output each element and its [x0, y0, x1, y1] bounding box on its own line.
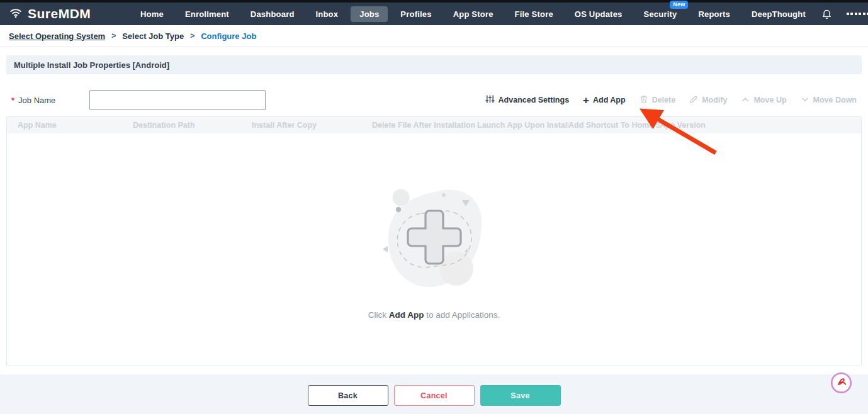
nav-icons: [821, 8, 868, 20]
pencil-icon: [689, 95, 698, 106]
job-name-label-text: Job Name: [18, 96, 55, 105]
empty-state: Click Add App to add Applications.: [7, 133, 861, 366]
top-navbar: SureMDM Home Enrollment Dashboard Inbox …: [0, 3, 868, 25]
nav-items: Home Enrollment Dashboard Inbox Jobs Pro…: [132, 6, 814, 22]
empty-text-suffix: to add Applications.: [424, 310, 500, 320]
column-delete-file-after-installation: Delete File After Installation: [372, 121, 477, 130]
job-name-row: * Job Name Advanced Settings + Add App: [6, 89, 862, 111]
trash-icon: [640, 94, 648, 106]
nav-item-app-store[interactable]: App Store: [444, 6, 502, 22]
advanced-settings-button[interactable]: Advanced Settings: [485, 94, 570, 106]
chevron-down-icon: [801, 95, 809, 106]
nav-item-reports[interactable]: Reports: [689, 6, 739, 22]
new-badge: New: [670, 1, 688, 9]
chevron-right-icon: >: [190, 31, 194, 40]
nav-item-dashboard[interactable]: Dashboard: [242, 6, 303, 22]
nav-item-security[interactable]: Security New: [635, 6, 686, 22]
nav-item-os-updates[interactable]: OS Updates: [566, 6, 631, 22]
job-name-input[interactable]: [89, 90, 266, 110]
footer-bar: Back Cancel Save: [0, 374, 868, 414]
adobe-pdf-icon: [835, 376, 848, 391]
breadcrumb-configure-job: Configure Job: [201, 31, 256, 41]
column-app-name: App Name: [7, 121, 133, 130]
save-button[interactable]: Save: [480, 385, 561, 406]
nav-item-inbox[interactable]: Inbox: [307, 6, 347, 22]
modify-label: Modify: [702, 96, 727, 104]
table-header-row: App Name Destination Path Install After …: [7, 117, 861, 133]
brand-name: SureMDM: [28, 6, 91, 21]
column-app-version: App Version: [660, 121, 861, 130]
column-destination-path: Destination Path: [133, 121, 252, 130]
column-add-shortcut-to-home-screen: Add Shortcut To Home Screen: [568, 121, 660, 130]
add-app-button[interactable]: + Add App: [583, 95, 626, 106]
add-app-label: Add App: [593, 96, 626, 104]
job-name-label: * Job Name: [6, 96, 89, 105]
delete-label: Delete: [652, 96, 676, 104]
pdf-help-button[interactable]: [831, 372, 852, 393]
nav-item-profiles[interactable]: Profiles: [392, 6, 440, 22]
bell-icon[interactable]: [821, 8, 833, 20]
page-title: Multiple Install Job Properties [Android…: [6, 55, 862, 74]
nav-item-enrollment[interactable]: Enrollment: [176, 6, 238, 22]
move-down-button[interactable]: Move Down: [801, 95, 857, 106]
move-up-label: Move Up: [753, 96, 786, 104]
nav-item-file-store[interactable]: File Store: [506, 6, 562, 22]
delete-button[interactable]: Delete: [640, 94, 676, 106]
nav-item-home[interactable]: Home: [132, 6, 172, 22]
chevron-up-icon: [741, 95, 750, 106]
required-asterisk: *: [11, 96, 14, 105]
empty-state-text: Click Add App to add Applications.: [368, 310, 500, 320]
chevron-right-icon: >: [111, 31, 116, 40]
empty-text-prefix: Click: [368, 310, 389, 320]
breadcrumb-select-operating-system[interactable]: Select Operating System: [9, 31, 105, 41]
empty-text-bold: Add App: [389, 310, 424, 320]
main-content: Multiple Install Job Properties [Android…: [0, 55, 868, 366]
cancel-button[interactable]: Cancel: [394, 385, 475, 406]
toolbar: Advanced Settings + Add App Delete: [485, 94, 862, 106]
nav-item-security-label: Security: [644, 9, 677, 19]
breadcrumb-select-job-type[interactable]: Select Job Type: [122, 31, 184, 41]
nav-item-jobs[interactable]: Jobs: [351, 6, 388, 22]
app-list-table: App Name Destination Path Install After …: [6, 116, 862, 366]
advanced-settings-label: Advanced Settings: [499, 96, 570, 104]
app-grid-icon[interactable]: [847, 13, 868, 15]
brand-logo[interactable]: SureMDM: [9, 6, 132, 22]
breadcrumb: Select Operating System > Select Job Typ…: [0, 25, 868, 47]
modify-button[interactable]: Modify: [689, 95, 727, 106]
plus-icon: +: [583, 95, 589, 106]
column-install-after-copy: Install After Copy: [252, 121, 372, 130]
nav-item-deepthought[interactable]: DeepThought: [743, 6, 814, 22]
move-up-button[interactable]: Move Up: [741, 95, 786, 106]
wifi-icon: [9, 6, 23, 22]
add-app-placeholder-graphic: [380, 179, 488, 299]
back-button[interactable]: Back: [308, 385, 388, 406]
sliders-icon: [485, 94, 495, 106]
move-down-label: Move Down: [813, 96, 857, 104]
column-launch-app-upon-installation: Launch App Upon Installation: [477, 121, 568, 130]
